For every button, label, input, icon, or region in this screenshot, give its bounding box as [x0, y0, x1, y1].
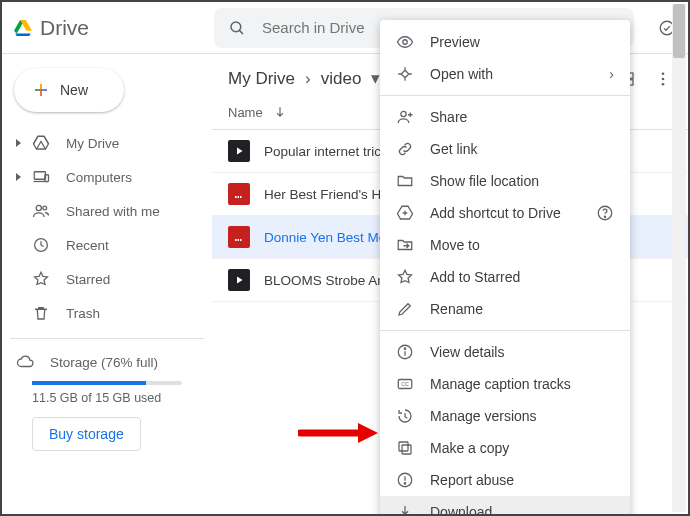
search-icon — [228, 19, 246, 37]
pencil-icon — [396, 300, 414, 318]
video-thumb-icon — [228, 269, 250, 291]
star-icon — [396, 268, 414, 286]
history-icon — [396, 407, 414, 425]
svg-line-1 — [239, 30, 243, 34]
trash-icon — [32, 304, 50, 322]
svg-text:CC: CC — [401, 381, 409, 387]
ctx-label: Download — [430, 504, 492, 516]
scrollbar-track[interactable] — [672, 4, 686, 512]
sidebar-item-label: Trash — [66, 306, 100, 321]
svg-point-32 — [404, 483, 405, 484]
svg-point-12 — [662, 72, 665, 75]
svg-point-5 — [36, 205, 41, 210]
svg-rect-3 — [34, 172, 45, 180]
shared-icon — [32, 202, 50, 220]
ctx-label: Rename — [430, 301, 483, 317]
ctx-download[interactable]: Download — [380, 496, 630, 516]
svg-rect-18 — [235, 239, 237, 241]
video-thumb-icon — [228, 140, 250, 162]
ctx-open-with[interactable]: Open with › — [380, 58, 630, 90]
my-drive-icon — [32, 134, 50, 152]
ctx-get-link[interactable]: Get link — [380, 133, 630, 165]
buy-storage-button[interactable]: Buy storage — [32, 417, 141, 451]
svg-rect-29 — [402, 445, 411, 454]
ctx-show-location[interactable]: Show file location — [380, 165, 630, 197]
ctx-preview[interactable]: Preview — [380, 26, 630, 58]
sidebar-item-trash[interactable]: Trash — [10, 296, 204, 330]
ctx-manage-captions[interactable]: CC Manage caption tracks — [380, 368, 630, 400]
link-icon — [396, 140, 414, 158]
ctx-rename[interactable]: Rename — [380, 293, 630, 325]
info-icon — [396, 343, 414, 361]
ctx-view-details[interactable]: View details — [380, 336, 630, 368]
more-icon[interactable] — [654, 70, 672, 88]
cloud-icon — [16, 353, 34, 371]
scrollbar-thumb[interactable] — [673, 4, 685, 58]
ctx-label: Manage versions — [430, 408, 537, 424]
ctx-label: Report abuse — [430, 472, 514, 488]
ctx-label: Add to Starred — [430, 269, 520, 285]
help-icon[interactable] — [596, 204, 614, 222]
drive-logo-icon — [14, 19, 32, 37]
storage-bar — [32, 381, 182, 385]
sidebar-item-label: Shared with me — [66, 204, 160, 219]
brand-name: Drive — [40, 16, 89, 40]
video-thumb-icon — [228, 226, 250, 248]
svg-point-13 — [662, 77, 665, 80]
ctx-label: Open with — [430, 66, 493, 82]
breadcrumb-root[interactable]: My Drive — [228, 69, 295, 89]
sidebar-item-starred[interactable]: Starred — [10, 262, 204, 296]
sidebar-item-recent[interactable]: Recent — [10, 228, 204, 262]
sort-down-icon[interactable] — [271, 103, 289, 121]
brand[interactable]: Drive — [14, 16, 214, 40]
svg-point-14 — [662, 82, 665, 85]
svg-rect-30 — [399, 442, 408, 451]
ctx-add-starred[interactable]: Add to Starred — [380, 261, 630, 293]
sidebar-item-my-drive[interactable]: My Drive — [10, 126, 204, 160]
svg-rect-20 — [240, 239, 242, 241]
move-icon — [396, 236, 414, 254]
ctx-label: Show file location — [430, 173, 539, 189]
warning-icon — [396, 471, 414, 489]
sidebar-item-label: Recent — [66, 238, 109, 253]
storage-usage: 11.5 GB of 15 GB used — [32, 391, 194, 405]
svg-rect-16 — [238, 196, 240, 198]
sidebar-item-label: Computers — [66, 170, 132, 185]
breadcrumb-current[interactable]: video — [321, 69, 362, 89]
ctx-share[interactable]: Share — [380, 101, 630, 133]
recent-icon — [32, 236, 50, 254]
video-thumb-icon — [228, 183, 250, 205]
sidebar: New My Drive Computers Shared with me — [2, 54, 212, 514]
ctx-label: Share — [430, 109, 467, 125]
sidebar-item-shared[interactable]: Shared with me — [10, 194, 204, 228]
svg-rect-4 — [45, 175, 49, 182]
ctx-move-to[interactable]: Move to — [380, 229, 630, 261]
ctx-make-copy[interactable]: Make a copy — [380, 432, 630, 464]
cc-icon: CC — [396, 375, 414, 393]
computers-icon — [32, 168, 50, 186]
ctx-label: Get link — [430, 141, 477, 157]
open-with-icon — [396, 65, 414, 83]
svg-point-21 — [403, 40, 408, 45]
star-icon — [32, 270, 50, 288]
expand-icon[interactable] — [16, 173, 21, 181]
ctx-label: Add shortcut to Drive — [430, 205, 561, 221]
svg-point-6 — [43, 206, 47, 210]
download-icon — [396, 503, 414, 516]
expand-icon[interactable] — [16, 139, 21, 147]
sidebar-item-computers[interactable]: Computers — [10, 160, 204, 194]
chevron-right-icon: › — [609, 66, 614, 82]
person-add-icon — [396, 108, 414, 126]
copy-icon — [396, 439, 414, 457]
new-button[interactable]: New — [14, 68, 124, 112]
svg-point-26 — [404, 348, 405, 349]
ctx-report-abuse[interactable]: Report abuse — [380, 464, 630, 496]
sidebar-item-label: My Drive — [66, 136, 119, 151]
ctx-label: Move to — [430, 237, 480, 253]
ctx-add-shortcut[interactable]: Add shortcut to Drive — [380, 197, 630, 229]
col-name-label[interactable]: Name — [228, 105, 263, 120]
shortcut-icon — [396, 204, 414, 222]
sidebar-storage[interactable]: Storage (76% full) — [32, 353, 194, 371]
ctx-manage-versions[interactable]: Manage versions — [380, 400, 630, 432]
ctx-label: Preview — [430, 34, 480, 50]
